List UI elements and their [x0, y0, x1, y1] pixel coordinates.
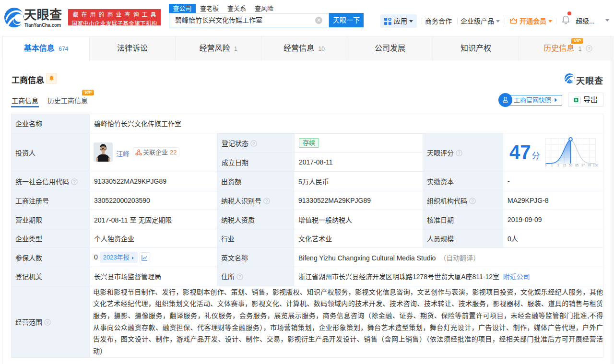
svg-text:?: ? — [471, 199, 473, 203]
svg-text:1: 1 — [551, 164, 553, 167]
svg-text:50: 50 — [569, 164, 573, 167]
svg-text:?: ? — [458, 151, 460, 155]
svg-text:99: 99 — [588, 164, 591, 167]
svg-text:?: ? — [46, 320, 48, 325]
svg-text:85: 85 — [575, 164, 579, 167]
svg-text:?: ? — [238, 274, 241, 279]
svg-text:15: 15 — [563, 164, 567, 167]
svg-text:3: 3 — [557, 164, 559, 167]
svg-text:0: 0 — [545, 164, 547, 167]
svg-text:100: 100 — [593, 164, 598, 167]
svg-text:?: ? — [588, 46, 590, 51]
svg-text:?: ? — [252, 141, 255, 146]
svg-text:97: 97 — [581, 164, 585, 167]
svg-text:?: ? — [265, 199, 268, 203]
svg-text:?: ? — [73, 179, 75, 184]
